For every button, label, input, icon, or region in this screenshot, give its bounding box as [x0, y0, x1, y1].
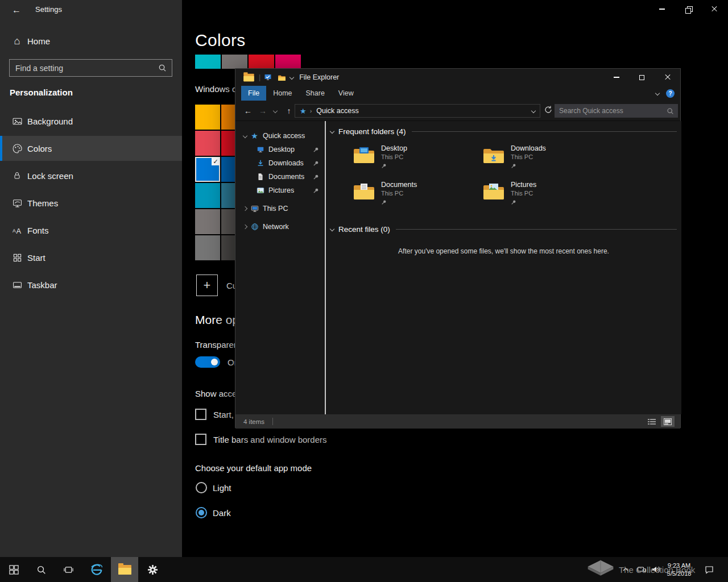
- file-explorer-button[interactable]: [111, 557, 138, 582]
- page-title: Colors: [195, 31, 246, 50]
- settings-search-box[interactable]: [9, 59, 172, 77]
- radio-dark-selected[interactable]: [196, 507, 207, 518]
- task-view-button[interactable]: [55, 557, 82, 582]
- settings-button[interactable]: [139, 557, 166, 582]
- folder-tile-documents[interactable]: Documents This PC: [342, 180, 468, 212]
- address-dropdown-chevron[interactable]: [531, 109, 536, 113]
- explorer-search-box[interactable]: [555, 104, 678, 118]
- checkbox-title-bars[interactable]: [195, 434, 206, 445]
- recent-locations-chevron[interactable]: [270, 105, 281, 117]
- back-button[interactable]: [6, 2, 27, 18]
- minimize-button[interactable]: [649, 0, 675, 18]
- nav-item-this-pc[interactable]: This PC: [235, 202, 325, 215]
- nav-item-documents[interactable]: Documents: [235, 170, 325, 184]
- color-swatch[interactable]: [222, 55, 247, 69]
- toggle-knob: [211, 359, 218, 365]
- folder-tile-downloads[interactable]: Downloads This PC: [472, 144, 597, 176]
- custom-color-button[interactable]: [196, 275, 218, 296]
- taskbar: 9:23 AM 5/5/2018: [0, 557, 728, 582]
- taskbar-clock[interactable]: 9:23 AM 5/5/2018: [661, 557, 697, 582]
- folder-tile-desktop[interactable]: Desktop This PC: [342, 144, 468, 176]
- expand-chevron[interactable]: [243, 225, 247, 229]
- up-button[interactable]: [283, 105, 295, 117]
- details-view-button[interactable]: [645, 416, 659, 427]
- close-button[interactable]: [655, 69, 680, 86]
- maximize-button[interactable]: [629, 69, 655, 86]
- help-icon[interactable]: [666, 89, 675, 98]
- search-icon: [158, 64, 167, 72]
- back-button[interactable]: [242, 105, 254, 117]
- pin-icon: [381, 161, 387, 171]
- restore-button[interactable]: [675, 0, 701, 18]
- color-swatch[interactable]: [249, 55, 274, 69]
- explorer-search-input[interactable]: [555, 107, 667, 115]
- forward-button[interactable]: [257, 105, 268, 117]
- radio-light[interactable]: [196, 482, 207, 493]
- taskbar-search-button[interactable]: [27, 557, 55, 582]
- nav-item-label: Documents: [268, 173, 304, 181]
- file-explorer-titlebar[interactable]: | File Explorer: [235, 69, 680, 86]
- minimize-icon: [614, 77, 619, 77]
- pin-icon: [313, 188, 319, 194]
- nav-item-pictures[interactable]: Pictures: [235, 184, 325, 197]
- nav-item-network[interactable]: Network: [235, 220, 325, 234]
- folder-icon: [243, 73, 254, 81]
- volume-tray-icon[interactable]: [649, 557, 663, 582]
- collapse-chevron[interactable]: [330, 129, 334, 134]
- tab-home[interactable]: Home: [266, 86, 299, 101]
- file-explorer-title: File Explorer: [299, 73, 339, 81]
- close-button[interactable]: [701, 0, 727, 18]
- desktop-screen: Settings Home Personalization Background…: [0, 0, 728, 582]
- color-swatch[interactable]: [275, 55, 301, 69]
- minimize-button[interactable]: [603, 69, 629, 86]
- nav-item-quick-access[interactable]: Quick access: [235, 129, 325, 143]
- customize-toolbar-chevron[interactable]: [289, 75, 294, 80]
- settings-search-input[interactable]: [10, 64, 158, 73]
- network-tray-icon[interactable]: [634, 557, 649, 582]
- tab-file[interactable]: File: [241, 86, 266, 101]
- color-cell[interactable]: [195, 209, 220, 234]
- sidebar-item-label: Themes: [27, 198, 58, 208]
- minimize-ribbon-chevron[interactable]: [655, 91, 660, 95]
- refresh-icon[interactable]: [544, 105, 555, 117]
- internet-explorer-icon: [90, 563, 104, 576]
- downloads-icon: [256, 159, 264, 168]
- sidebar-item-taskbar[interactable]: Taskbar: [0, 272, 182, 297]
- expand-chevron[interactable]: [243, 206, 247, 211]
- folder-tile-pictures[interactable]: Pictures This PC: [472, 180, 597, 212]
- collapse-chevron[interactable]: [330, 227, 334, 231]
- sidebar-item-background[interactable]: Background: [0, 109, 182, 134]
- hidden-icons-chevron[interactable]: [619, 557, 632, 582]
- sidebar-item-fonts[interactable]: AA Fonts: [0, 218, 182, 243]
- color-cell[interactable]: [195, 131, 220, 156]
- internet-explorer-button[interactable]: [83, 557, 110, 582]
- this-pc-icon: [250, 205, 259, 213]
- color-cell[interactable]: [195, 235, 220, 260]
- thumbnails-view-button[interactable]: [661, 416, 675, 427]
- breadcrumb-separator: ›: [310, 107, 312, 114]
- frequent-folders-header[interactable]: Frequent folders (4): [330, 126, 677, 137]
- sidebar-item-themes[interactable]: Themes: [0, 190, 182, 215]
- recent-files-header[interactable]: Recent files (0): [330, 223, 677, 235]
- sidebar-item-lock-screen[interactable]: Lock screen: [0, 163, 182, 188]
- properties-icon[interactable]: [264, 73, 273, 81]
- expand-chevron[interactable]: [243, 134, 247, 138]
- new-folder-icon[interactable]: [278, 73, 287, 81]
- transparency-toggle[interactable]: [195, 356, 220, 368]
- action-center-button[interactable]: [700, 557, 719, 582]
- sidebar-item-start[interactable]: Start: [0, 245, 182, 270]
- address-bar[interactable]: › Quick access: [295, 104, 540, 118]
- color-swatch[interactable]: [195, 55, 221, 69]
- breadcrumb-location[interactable]: Quick access: [316, 107, 358, 115]
- sidebar-item-home[interactable]: Home: [0, 28, 182, 53]
- nav-item-downloads[interactable]: Downloads: [235, 156, 325, 170]
- color-cell[interactable]: [195, 105, 220, 130]
- nav-item-desktop[interactable]: Desktop: [235, 143, 325, 156]
- tab-view[interactable]: View: [332, 86, 361, 101]
- start-button[interactable]: [0, 557, 27, 582]
- color-cell-selected[interactable]: [195, 157, 220, 182]
- checkbox-start-taskbar[interactable]: [195, 409, 206, 420]
- color-cell[interactable]: [195, 183, 220, 208]
- sidebar-item-colors[interactable]: Colors: [0, 136, 182, 161]
- tab-share[interactable]: Share: [299, 86, 332, 101]
